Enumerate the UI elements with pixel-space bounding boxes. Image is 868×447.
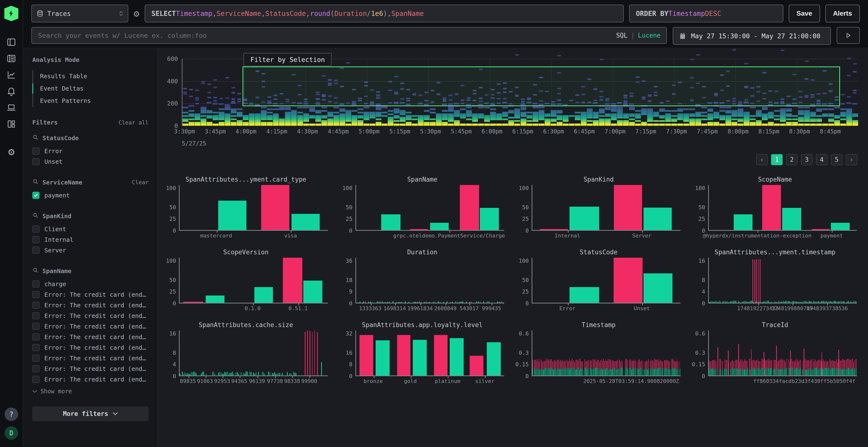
checkbox[interactable] bbox=[32, 323, 39, 330]
analysis-mode-item-event-deltas[interactable]: Event Deltas bbox=[33, 82, 149, 95]
filter-checkbox-row[interactable]: Error: The credit card (end… bbox=[32, 310, 149, 321]
filter-checkbox-row[interactable]: Error: The credit card (end… bbox=[32, 353, 149, 364]
mini-chart-plot[interactable] bbox=[355, 331, 504, 376]
mini-chart-plot[interactable] bbox=[179, 331, 328, 376]
heatmap-cell bbox=[412, 124, 417, 126]
filter-checkbox-row[interactable]: Error: The credit card (end… bbox=[32, 364, 149, 374]
overview-heatmap-plot[interactable] bbox=[182, 59, 858, 126]
mini-chart-plot[interactable] bbox=[532, 185, 681, 231]
search-icon[interactable] bbox=[32, 212, 38, 220]
date-range-picker[interactable]: May 27 15:30:00 - May 27 21:00:00 bbox=[673, 27, 831, 45]
save-button[interactable]: Save bbox=[789, 5, 820, 23]
pagination-page-4[interactable]: 4 bbox=[816, 154, 828, 165]
filter-checkbox-row[interactable]: Client bbox=[32, 224, 149, 234]
news-icon[interactable] bbox=[6, 53, 17, 64]
checkbox[interactable] bbox=[32, 280, 39, 287]
filter-by-selection-tooltip[interactable]: Filter by Selection bbox=[244, 53, 332, 66]
mode-lucene[interactable]: Lucene bbox=[638, 32, 661, 39]
mini-chart-plot[interactable] bbox=[708, 185, 857, 231]
selection-rectangle[interactable] bbox=[243, 66, 840, 106]
source-select[interactable]: Traces bbox=[31, 5, 128, 23]
overview-chart: Filter by Selection 6004002000 3:30pm3:4… bbox=[163, 59, 858, 147]
search-icon[interactable] bbox=[32, 134, 38, 142]
run-query-button[interactable] bbox=[837, 27, 860, 44]
filter-checkbox-row[interactable]: Error: The credit card (end… bbox=[32, 374, 149, 385]
mini-chart-plot[interactable] bbox=[532, 331, 681, 376]
mini-chart-plot[interactable] bbox=[532, 258, 681, 304]
analysis-mode-item-results-table[interactable]: Results Table bbox=[33, 70, 149, 82]
clear-filter-link[interactable]: Clear bbox=[132, 179, 149, 185]
pagination-prev-button[interactable]: ‹ bbox=[756, 154, 768, 165]
filter-checkbox-row[interactable]: Error bbox=[32, 146, 149, 156]
filter-checkbox-row[interactable]: Error: The credit card (end… bbox=[32, 332, 149, 342]
bell-icon[interactable] bbox=[6, 86, 17, 97]
filter-checkbox-row[interactable]: Error: The credit card (end… bbox=[32, 342, 149, 353]
strip-bar-baseline bbox=[720, 301, 721, 303]
source-settings-gear-icon[interactable]: ⚙ bbox=[133, 8, 140, 19]
chart-line-icon[interactable] bbox=[6, 69, 17, 80]
checkbox[interactable] bbox=[32, 333, 39, 341]
mini-chart-plot[interactable] bbox=[355, 185, 504, 231]
clear-all-link[interactable]: Clear all bbox=[118, 119, 149, 126]
pagination-page-5[interactable]: 5 bbox=[831, 154, 842, 165]
filter-checkbox-row[interactable]: Server bbox=[32, 245, 149, 255]
mode-sql[interactable]: SQL bbox=[616, 32, 627, 39]
checkbox-checked[interactable] bbox=[32, 192, 39, 199]
mini-chart-plot[interactable] bbox=[179, 185, 328, 231]
order-by-input[interactable]: ORDER BY Timestamp DESC bbox=[629, 5, 783, 23]
filter-checkbox-row[interactable]: charge bbox=[32, 279, 149, 289]
checkbox[interactable] bbox=[32, 236, 39, 243]
checkbox[interactable] bbox=[32, 158, 39, 165]
strip-bar-baseline bbox=[413, 302, 414, 303]
filter-checkbox-row[interactable]: payment bbox=[32, 190, 149, 201]
checkbox[interactable] bbox=[32, 147, 39, 154]
search-input[interactable] bbox=[31, 27, 667, 44]
filter-checkbox-row[interactable]: Error: The credit card (end… bbox=[32, 289, 149, 300]
hyperdx-logo-icon[interactable] bbox=[4, 6, 18, 21]
rail-gear-icon[interactable]: ⚙ bbox=[6, 146, 17, 157]
x-tick-mark bbox=[275, 375, 276, 378]
pagination-page-1[interactable]: 1 bbox=[771, 154, 783, 165]
strip-bar-baseline bbox=[497, 302, 498, 303]
y-tick-label: 9 bbox=[349, 288, 352, 295]
checkbox[interactable] bbox=[32, 291, 39, 298]
checkbox[interactable] bbox=[32, 354, 39, 362]
mini-chart-plot[interactable] bbox=[179, 258, 328, 304]
alerts-button[interactable]: Alerts bbox=[825, 5, 860, 23]
search-wrap: SQL | Lucene bbox=[31, 27, 667, 44]
filter-checkbox-row[interactable]: Internal bbox=[32, 234, 149, 245]
pagination-page-3[interactable]: 3 bbox=[801, 154, 812, 165]
checkbox[interactable] bbox=[32, 344, 39, 351]
panel-left-icon[interactable] bbox=[6, 37, 17, 48]
checkbox[interactable] bbox=[32, 302, 39, 309]
checkbox[interactable] bbox=[32, 365, 39, 372]
help-button[interactable]: ? bbox=[5, 408, 18, 421]
select-query-input[interactable]: SELECT Timestamp,ServiceName,StatusCode,… bbox=[145, 5, 624, 23]
checkbox[interactable] bbox=[32, 376, 39, 383]
checkbox[interactable] bbox=[32, 226, 39, 233]
laptop-icon[interactable] bbox=[6, 102, 17, 113]
heatmap-cell bbox=[484, 124, 490, 126]
pagination-next-button[interactable]: › bbox=[846, 154, 858, 165]
strip-bar-baseline bbox=[735, 369, 735, 375]
filter-checkbox-row[interactable]: Unset bbox=[32, 156, 149, 167]
mini-chart-plot[interactable] bbox=[708, 258, 857, 304]
pagination-page-2[interactable]: 2 bbox=[786, 154, 798, 165]
layout-icon[interactable] bbox=[6, 118, 17, 130]
mini-chart-plot[interactable] bbox=[355, 258, 504, 304]
spike-bar bbox=[822, 352, 822, 375]
search-icon[interactable] bbox=[32, 178, 38, 186]
mini-chart-plot[interactable] bbox=[708, 331, 857, 376]
overview-date-label: 5/27/25 bbox=[182, 140, 858, 147]
more-filters-button[interactable]: More filters bbox=[32, 406, 149, 421]
filter-checkbox-row[interactable]: Error: The credit card (end… bbox=[32, 300, 149, 310]
checkbox[interactable] bbox=[32, 312, 39, 319]
heatmap-cell bbox=[587, 120, 593, 122]
search-icon[interactable] bbox=[32, 267, 38, 275]
checkbox[interactable] bbox=[32, 247, 39, 254]
analysis-mode-item-event-patterns[interactable]: Event Patterns bbox=[33, 95, 149, 107]
avatar[interactable]: D bbox=[5, 426, 18, 440]
y-tick-label: 0 bbox=[349, 228, 352, 234]
show-more-link[interactable]: Show more bbox=[32, 388, 149, 395]
filter-checkbox-row[interactable]: Error: The credit card (end… bbox=[32, 321, 149, 332]
